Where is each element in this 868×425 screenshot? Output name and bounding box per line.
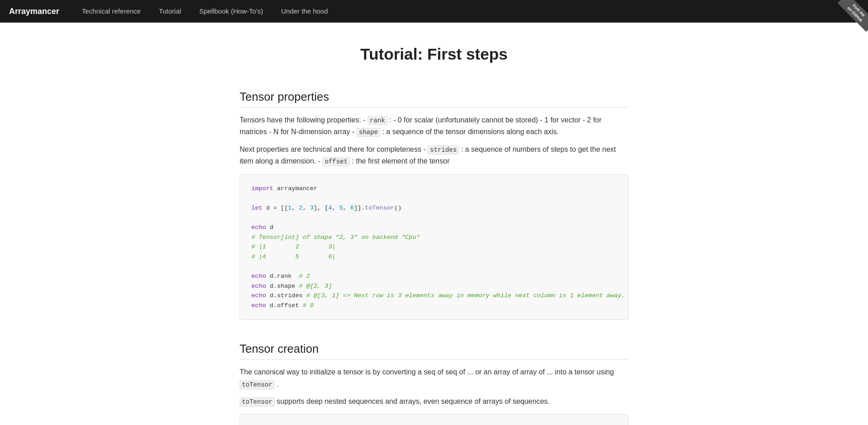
- tensor-creation-para-1: The canonical way to initialize a tensor…: [240, 366, 628, 390]
- nav-brand[interactable]: Arraymancer: [9, 7, 59, 16]
- code-pre-tensor-properties: import arraymancer let d = [[1, 2, 3], […: [251, 184, 617, 311]
- nav-link-tutorial[interactable]: Tutorial: [150, 0, 190, 23]
- nav-item-spellbook: Spellbook (How-To's): [190, 0, 272, 23]
- tensor-properties-para-1: Tensors have the following properties: -…: [240, 114, 628, 138]
- code-toTensor-inline-2: toTensor: [240, 397, 275, 406]
- code-rank: rank: [368, 116, 387, 125]
- nav-item-under-the-hood: Under the hood: [272, 0, 337, 23]
- navigation: Arraymancer Technical reference Tutorial…: [0, 0, 868, 23]
- code-shape: shape: [357, 128, 380, 137]
- section-title-tensor-creation: Tensor creation: [240, 342, 628, 360]
- tensor-properties-para-2: Next properties are technical and there …: [240, 144, 628, 168]
- page-title: Tutorial: First steps: [240, 45, 628, 63]
- nav-item-technical: Technical reference: [73, 0, 150, 23]
- code-block-tensor-creation: import arraymancer let c = [ [ [1,2,3],: [240, 414, 628, 425]
- code-block-tensor-properties: import arraymancer let d = [[1, 2, 3], […: [240, 174, 628, 320]
- tensor-creation-para-2: toTensor supports deep nested sequences …: [240, 396, 628, 407]
- section-title-tensor-properties: Tensor properties: [240, 90, 628, 107]
- nav-link-under-the-hood[interactable]: Under the hood: [272, 0, 337, 23]
- code-toTensor-inline: toTensor: [240, 380, 275, 389]
- code-strides: strides: [428, 145, 459, 154]
- main-content: Tutorial: First steps Tensor properties …: [231, 23, 637, 425]
- nav-item-tutorial: Tutorial: [150, 0, 190, 23]
- github-ribbon[interactable]: Fork meon GitHub: [836, 0, 868, 32]
- section-tensor-creation: Tensor creation The canonical way to ini…: [240, 342, 628, 425]
- nav-links: Technical reference Tutorial Spellbook (…: [73, 0, 337, 23]
- section-tensor-properties: Tensor properties Tensors have the follo…: [240, 90, 628, 320]
- nav-link-spellbook[interactable]: Spellbook (How-To's): [190, 0, 272, 23]
- code-offset: offset: [322, 157, 350, 166]
- nav-link-technical[interactable]: Technical reference: [73, 0, 150, 23]
- github-ribbon-label: Fork meon GitHub: [837, 0, 868, 32]
